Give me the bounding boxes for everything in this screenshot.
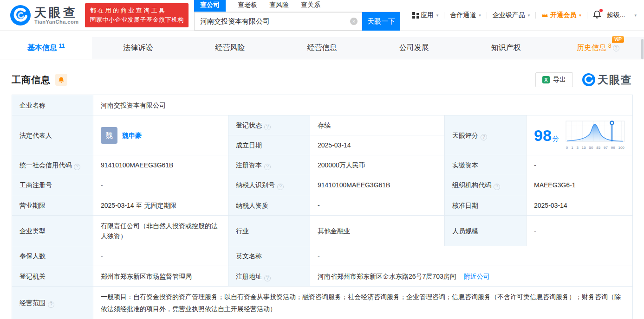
notification-dot (599, 9, 603, 12)
help-icon[interactable]: ? (481, 134, 487, 140)
logo-domain-text: TianYanCha.com (34, 19, 78, 25)
field-value-reg-address: 河南省郑州市郑东新区金水东路26号7层703房间 附近公司 (310, 266, 633, 287)
chart-tick: 99 (611, 146, 615, 150)
field-value-reg-capital: 200000万人民币 (310, 155, 445, 175)
tab-label: 历史信息 (577, 43, 606, 53)
chart-tick: 85 (596, 146, 600, 150)
field-label-text: 纳税人识别号 (236, 181, 275, 189)
field-value-org-code: MAEEG3G6-1 (527, 175, 633, 195)
tab-label: 经营信息 (307, 43, 337, 53)
tab-basic-info[interactable]: 基本信息 11 (0, 37, 92, 59)
tianyancha-watermark: 天眼查 (582, 73, 632, 87)
field-label-company-type: 企业类型 (12, 216, 93, 246)
table-row: 统一社会信用代码? 91410100MAEEG3G61B 注册资本? 20000… (12, 155, 633, 175)
score-value: 98分 (534, 127, 559, 144)
scrollbar-thumb[interactable] (641, 39, 644, 59)
help-icon[interactable]: ? (74, 164, 80, 170)
chevron-down-icon: ▾ (436, 13, 439, 18)
tianyancha-logo[interactable]: 天眼查 TianYanCha.com (10, 5, 78, 26)
help-icon[interactable]: ? (494, 184, 500, 190)
logo-brand-text: 天眼查 (34, 6, 78, 19)
search-area: 查公司 查老板 查风险 查关系 × 天眼一下 (194, 0, 400, 31)
nav-super-label: 超级... (607, 11, 625, 19)
search-tab-boss[interactable]: 查老板 (238, 1, 257, 12)
tab-company-development[interactable]: 公司发展 (368, 37, 460, 59)
field-label-industry: 行业 (228, 216, 310, 246)
nav-apps[interactable]: 应用 ▾ (412, 11, 439, 19)
tab-history-info[interactable]: 历史信息 8 ? VIP (552, 37, 644, 59)
table-row: 法定代表人 魏 魏申豪 登记状态? 存续 天眼评分? 98分 (12, 115, 633, 135)
excel-icon: X (542, 76, 550, 83)
field-value-establish-date: 2025-03-14 (310, 135, 445, 155)
monitor-bell-badge[interactable] (55, 74, 67, 86)
help-icon[interactable]: ? (264, 124, 271, 130)
promo-line-2: 国家中小企业发展子基金旗下机构 (90, 15, 184, 25)
field-label-english-name: 英文名称 (228, 246, 310, 266)
field-label-text: 注册地址 (236, 273, 262, 280)
chevron-down-icon: ▾ (479, 13, 481, 18)
reg-address-text: 河南省郑州市郑东新区金水东路26号7层703房间 (318, 273, 456, 280)
legal-rep-link[interactable]: 魏申豪 (122, 130, 142, 140)
export-label: 导出 (553, 76, 566, 84)
help-icon[interactable]: ? (277, 184, 284, 190)
field-value-company-name: 河南交投资本有限公司 (93, 95, 633, 115)
chevron-down-icon: ▾ (634, 13, 637, 18)
field-label-business-scope: 经营范围? (12, 287, 93, 319)
nearby-companies-link[interactable]: 附近公司 (464, 273, 490, 280)
nav-partner-label: 合作通道 (450, 11, 476, 19)
search-tab-relation[interactable]: 查关系 (301, 1, 320, 12)
search-tabs: 查公司 查老板 查风险 查关系 (194, 0, 400, 12)
search-button[interactable]: 天眼一下 (362, 12, 400, 31)
tab-label: 法律诉讼 (123, 43, 153, 53)
field-value-approval-date: 2025-03-14 (527, 195, 633, 216)
table-row: 营业期限 2025-03-14 至 无固定期限 纳税人资质 - 核准日期 202… (12, 195, 633, 216)
field-label-credit-code: 统一社会信用代码? (12, 155, 93, 175)
tab-label: 公司发展 (399, 43, 429, 53)
field-label-text: 注册资本 (236, 161, 262, 169)
notification-bell[interactable] (593, 10, 601, 20)
field-value-reg-authority: 郑州市郑东新区市场监督管理局 (93, 266, 228, 287)
promo-banner: 都在用的商业查询工具 国家中小企业发展子基金旗下机构 (85, 3, 189, 27)
search-tab-risk[interactable]: 查风险 (269, 1, 289, 12)
table-row: 经营范围? 一般项目：自有资金投资的资产管理服务；以自有资金从事投资活动；融资咨… (12, 287, 633, 319)
tab-operating-risk[interactable]: 经营风险 (184, 37, 276, 59)
field-value-english-name: - (310, 246, 633, 266)
tab-business-info[interactable]: 经营信息 (276, 37, 368, 59)
field-label-approval-date: 核准日期 (445, 195, 527, 216)
divider (587, 12, 587, 19)
section-title: 工商信息 (12, 74, 51, 86)
field-label-taxpayer-quality: 纳税人资质 (228, 195, 310, 216)
legal-rep-avatar[interactable]: 魏 (101, 127, 117, 144)
tab-legal-proceedings[interactable]: 法律诉讼 (92, 37, 184, 59)
help-icon[interactable]: ? (613, 45, 619, 51)
export-button[interactable]: X 导出 (535, 72, 573, 87)
search-tab-company[interactable]: 查公司 (194, 0, 226, 12)
chart-tick: 1 (571, 146, 573, 150)
chevron-down-icon: ▾ (528, 13, 530, 18)
nav-open-membership[interactable]: 开通会员 ▾ (541, 11, 581, 19)
chart-tick: 0 (566, 146, 568, 150)
field-label-business-term: 营业期限 (12, 195, 93, 216)
help-icon[interactable]: ? (264, 164, 271, 170)
tab-intellectual-property[interactable]: 知识产权 (460, 37, 552, 59)
search-input[interactable] (194, 12, 362, 31)
field-label-reg-address: 注册地址? (228, 266, 310, 287)
nav-super-vip[interactable]: 超级... ▾ (607, 11, 637, 19)
help-icon[interactable]: ? (264, 275, 271, 281)
nav-enterprise-product[interactable]: 企业级产品 ▾ (493, 11, 530, 19)
nav-membership-label: 开通会员 (550, 11, 576, 19)
tab-label: 经营风险 (215, 43, 245, 53)
help-icon[interactable]: ? (48, 301, 54, 308)
chart-tick: 15 (582, 146, 586, 150)
field-label-org-code: 组织机构代码? (445, 175, 527, 195)
logo-swirl-icon (582, 73, 595, 86)
field-label-text: 统一社会信用代码 (20, 161, 72, 169)
field-value-industry: 其他金融业 (310, 216, 445, 246)
field-value-business-term: 2025-03-14 至 无固定期限 (93, 195, 228, 216)
watermark-text: 天眼查 (598, 73, 632, 87)
clear-search-icon[interactable]: × (350, 18, 358, 25)
field-label-establish-date: 成立日期 (228, 135, 310, 155)
nav-partner-channel[interactable]: 合作通道 ▾ (450, 11, 481, 19)
tab-count: 11 (59, 43, 65, 49)
nav-enterprise-label: 企业级产品 (493, 11, 525, 19)
